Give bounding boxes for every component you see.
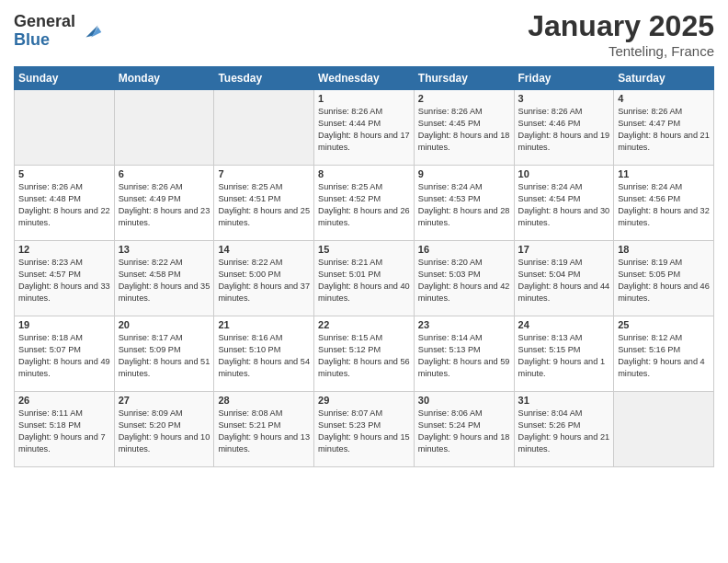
calendar-cell: 29Sunrise: 8:07 AM Sunset: 5:23 PM Dayli… (314, 392, 415, 467)
calendar-cell: 13Sunrise: 8:22 AM Sunset: 4:58 PM Dayli… (114, 241, 214, 316)
calendar-cell: 31Sunrise: 8:04 AM Sunset: 5:26 PM Dayli… (514, 392, 614, 467)
day-info: Sunrise: 8:13 AM Sunset: 5:15 PM Dayligh… (518, 332, 610, 380)
day-info: Sunrise: 8:12 AM Sunset: 5:16 PM Dayligh… (618, 332, 710, 380)
day-number: 25 (618, 319, 710, 330)
day-info: Sunrise: 8:09 AM Sunset: 5:20 PM Dayligh… (119, 408, 210, 455)
calendar-cell (114, 90, 214, 166)
calendar-cell: 27Sunrise: 8:09 AM Sunset: 5:20 PM Dayli… (114, 392, 214, 467)
day-info: Sunrise: 8:25 AM Sunset: 4:52 PM Dayligh… (318, 181, 410, 229)
day-info: Sunrise: 8:26 AM Sunset: 4:47 PM Dayligh… (618, 106, 710, 154)
day-info: Sunrise: 8:18 AM Sunset: 5:07 PM Dayligh… (18, 332, 110, 380)
week-row-3: 19Sunrise: 8:18 AM Sunset: 5:07 PM Dayli… (15, 316, 714, 392)
day-info: Sunrise: 8:04 AM Sunset: 5:26 PM Dayligh… (518, 408, 610, 455)
day-number: 9 (418, 168, 510, 179)
day-info: Sunrise: 8:21 AM Sunset: 5:01 PM Dayligh… (318, 257, 410, 304)
day-number: 17 (518, 244, 610, 255)
weekday-header-row: SundayMondayTuesdayWednesdayThursdayFrid… (15, 67, 714, 90)
day-number: 5 (18, 168, 110, 179)
day-number: 12 (18, 244, 110, 255)
calendar-cell: 19Sunrise: 8:18 AM Sunset: 5:07 PM Dayli… (15, 316, 115, 392)
day-number: 13 (119, 244, 210, 255)
calendar-cell: 22Sunrise: 8:15 AM Sunset: 5:12 PM Dayli… (314, 316, 415, 392)
day-info: Sunrise: 8:15 AM Sunset: 5:12 PM Dayligh… (318, 332, 410, 380)
day-number: 6 (119, 168, 210, 179)
calendar-cell: 28Sunrise: 8:08 AM Sunset: 5:21 PM Dayli… (214, 392, 314, 467)
calendar-cell: 21Sunrise: 8:16 AM Sunset: 5:10 PM Dayli… (214, 316, 314, 392)
day-number: 11 (618, 168, 710, 179)
day-number: 19 (18, 319, 110, 330)
calendar-cell (214, 90, 314, 166)
day-info: Sunrise: 8:08 AM Sunset: 5:21 PM Dayligh… (218, 408, 310, 455)
day-number: 29 (318, 395, 410, 406)
day-number: 15 (318, 244, 410, 255)
calendar-cell: 20Sunrise: 8:17 AM Sunset: 5:09 PM Dayli… (114, 316, 214, 392)
day-info: Sunrise: 8:26 AM Sunset: 4:49 PM Dayligh… (119, 181, 210, 229)
logo-icon (79, 18, 105, 44)
calendar-cell (614, 392, 714, 467)
calendar-cell: 17Sunrise: 8:19 AM Sunset: 5:04 PM Dayli… (514, 241, 614, 316)
calendar-cell: 8Sunrise: 8:25 AM Sunset: 4:52 PM Daylig… (314, 166, 415, 241)
calendar-cell: 16Sunrise: 8:20 AM Sunset: 5:03 PM Dayli… (414, 241, 514, 316)
calendar-cell: 14Sunrise: 8:22 AM Sunset: 5:00 PM Dayli… (214, 241, 314, 316)
calendar-table: SundayMondayTuesdayWednesdayThursdayFrid… (14, 66, 714, 467)
day-info: Sunrise: 8:26 AM Sunset: 4:46 PM Dayligh… (518, 106, 610, 154)
weekday-header-saturday: Saturday (614, 67, 714, 90)
calendar-cell: 12Sunrise: 8:23 AM Sunset: 4:57 PM Dayli… (15, 241, 115, 316)
calendar-cell: 24Sunrise: 8:13 AM Sunset: 5:15 PM Dayli… (514, 316, 614, 392)
day-info: Sunrise: 8:26 AM Sunset: 4:48 PM Dayligh… (18, 181, 110, 229)
day-info: Sunrise: 8:19 AM Sunset: 5:04 PM Dayligh… (518, 257, 610, 304)
day-info: Sunrise: 8:24 AM Sunset: 4:53 PM Dayligh… (418, 181, 510, 229)
day-info: Sunrise: 8:24 AM Sunset: 4:54 PM Dayligh… (518, 181, 610, 229)
day-info: Sunrise: 8:14 AM Sunset: 5:13 PM Dayligh… (418, 332, 510, 380)
calendar-cell (15, 90, 115, 166)
day-number: 21 (218, 319, 310, 330)
day-info: Sunrise: 8:07 AM Sunset: 5:23 PM Dayligh… (318, 408, 410, 455)
day-info: Sunrise: 8:25 AM Sunset: 4:51 PM Dayligh… (218, 181, 310, 229)
calendar-cell: 15Sunrise: 8:21 AM Sunset: 5:01 PM Dayli… (314, 241, 415, 316)
weekday-header-tuesday: Tuesday (214, 67, 314, 90)
day-number: 30 (418, 395, 510, 406)
weekday-header-wednesday: Wednesday (314, 67, 415, 90)
day-number: 2 (418, 93, 510, 104)
day-number: 20 (119, 319, 210, 330)
day-number: 27 (119, 395, 210, 406)
calendar-title: January 2025 (528, 9, 714, 43)
day-info: Sunrise: 8:26 AM Sunset: 4:44 PM Dayligh… (318, 106, 410, 154)
week-row-4: 26Sunrise: 8:11 AM Sunset: 5:18 PM Dayli… (15, 392, 714, 467)
calendar-cell: 1Sunrise: 8:26 AM Sunset: 4:44 PM Daylig… (314, 90, 415, 166)
weekday-header-friday: Friday (514, 67, 614, 90)
title-section: January 2025 Tenteling, France (528, 9, 714, 59)
day-info: Sunrise: 8:11 AM Sunset: 5:18 PM Dayligh… (18, 408, 110, 455)
week-row-0: 1Sunrise: 8:26 AM Sunset: 4:44 PM Daylig… (15, 90, 714, 166)
calendar-cell: 26Sunrise: 8:11 AM Sunset: 5:18 PM Dayli… (15, 392, 115, 467)
calendar-cell: 6Sunrise: 8:26 AM Sunset: 4:49 PM Daylig… (114, 166, 214, 241)
week-row-1: 5Sunrise: 8:26 AM Sunset: 4:48 PM Daylig… (15, 166, 714, 241)
day-number: 22 (318, 319, 410, 330)
day-number: 4 (618, 93, 710, 104)
day-info: Sunrise: 8:24 AM Sunset: 4:56 PM Dayligh… (618, 181, 710, 229)
day-info: Sunrise: 8:23 AM Sunset: 4:57 PM Dayligh… (18, 257, 110, 304)
day-info: Sunrise: 8:17 AM Sunset: 5:09 PM Dayligh… (119, 332, 210, 380)
week-row-2: 12Sunrise: 8:23 AM Sunset: 4:57 PM Dayli… (15, 241, 714, 316)
logo: General Blue (14, 13, 105, 50)
day-number: 16 (418, 244, 510, 255)
day-info: Sunrise: 8:19 AM Sunset: 5:05 PM Dayligh… (618, 257, 710, 304)
day-number: 28 (218, 395, 310, 406)
day-number: 7 (218, 168, 310, 179)
day-info: Sunrise: 8:22 AM Sunset: 5:00 PM Dayligh… (218, 257, 310, 304)
day-info: Sunrise: 8:06 AM Sunset: 5:24 PM Dayligh… (418, 408, 510, 455)
calendar-cell: 5Sunrise: 8:26 AM Sunset: 4:48 PM Daylig… (15, 166, 115, 241)
calendar-subtitle: Tenteling, France (528, 43, 714, 59)
calendar-cell: 7Sunrise: 8:25 AM Sunset: 4:51 PM Daylig… (214, 166, 314, 241)
calendar-cell: 30Sunrise: 8:06 AM Sunset: 5:24 PM Dayli… (414, 392, 514, 467)
day-number: 23 (418, 319, 510, 330)
day-number: 18 (618, 244, 710, 255)
weekday-header-sunday: Sunday (15, 67, 115, 90)
day-number: 31 (518, 395, 610, 406)
calendar-cell: 11Sunrise: 8:24 AM Sunset: 4:56 PM Dayli… (614, 166, 714, 241)
day-info: Sunrise: 8:26 AM Sunset: 4:45 PM Dayligh… (418, 106, 510, 154)
day-info: Sunrise: 8:16 AM Sunset: 5:10 PM Dayligh… (218, 332, 310, 380)
calendar-cell: 25Sunrise: 8:12 AM Sunset: 5:16 PM Dayli… (614, 316, 714, 392)
logo-blue: Blue (14, 31, 75, 50)
day-number: 3 (518, 93, 610, 104)
